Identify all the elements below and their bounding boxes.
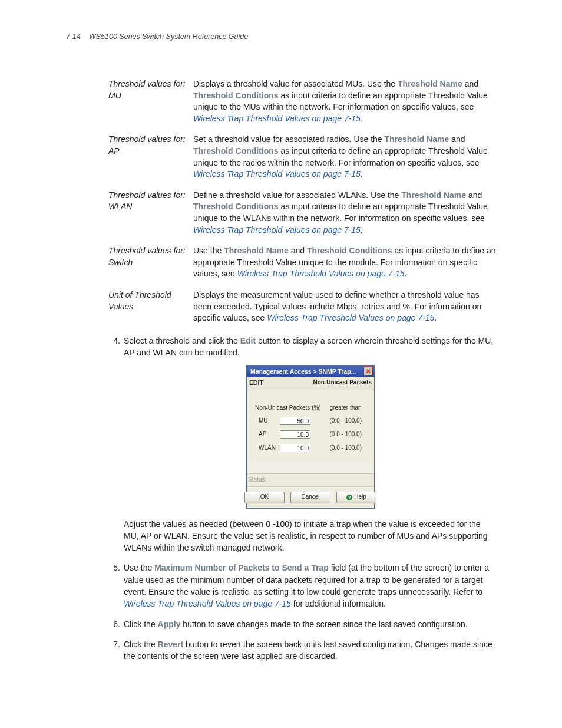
- bold-term: Apply: [158, 620, 181, 629]
- text: Select a threshold and click the: [124, 336, 240, 345]
- text: Use the: [193, 246, 224, 255]
- mu-input[interactable]: [280, 417, 310, 425]
- text: .: [405, 269, 407, 278]
- dialog-body: Non-Unicast Packets (%) greater than MU …: [247, 390, 374, 465]
- xref-link[interactable]: Wireless Trap Threshold Values on page 7…: [193, 225, 361, 235]
- dialog-subtitle: Non-Unicast Packets: [313, 378, 372, 387]
- xref-link[interactable]: Wireless Trap Threshold Values on page 7…: [193, 169, 361, 179]
- table-row: MU (0.0 - 100.0): [254, 415, 367, 427]
- text: button to save changes made to the scree…: [180, 620, 467, 629]
- range: (0.0 - 100.0): [329, 415, 367, 427]
- def-desc: Displays the measurement value used to d…: [193, 289, 497, 324]
- edit-label: EDIT: [249, 378, 263, 387]
- step-body: Click the Revert button to revert the sc…: [124, 638, 497, 663]
- def-desc: Define a threshold value for associated …: [193, 190, 497, 236]
- threshold-table: Non-Unicast Packets (%) greater than MU …: [253, 401, 368, 456]
- dialog-figure: Management Access > SNMP Trap... ✕ EDIT …: [124, 365, 497, 508]
- help-button[interactable]: ?Help: [336, 492, 376, 503]
- text: .: [361, 225, 363, 235]
- help-icon: ?: [346, 495, 352, 500]
- dialog-title: Management Access > SNMP Trap...: [250, 367, 356, 376]
- xref-link[interactable]: Wireless Trap Threshold Values on page 7…: [267, 313, 434, 322]
- def-term: Threshold values for: AP: [108, 134, 193, 180]
- step-4: 4. Select a threshold and click the Edit…: [108, 335, 497, 554]
- def-desc: Use the Threshold Name and Threshold Con…: [193, 245, 497, 280]
- bold-term: Threshold Name: [224, 246, 289, 255]
- def-term: Threshold values for: MU: [108, 78, 193, 124]
- row-label: WLAN: [254, 442, 277, 454]
- button-label: OK: [260, 493, 269, 502]
- def-row: Threshold values for: MU Displays a thre…: [108, 78, 497, 124]
- step-body: Use the Maximum Number of Packets to Sen…: [124, 562, 497, 610]
- bold-term: Threshold Conditions: [193, 202, 279, 211]
- close-icon[interactable]: ✕: [363, 367, 373, 376]
- definition-table: Threshold values for: MU Displays a thre…: [108, 78, 497, 324]
- def-term: Threshold values for: WLAN: [108, 190, 193, 236]
- text: Use the: [124, 563, 154, 572]
- step-number: 4.: [108, 335, 120, 554]
- xref-link[interactable]: Wireless Trap Threshold Values on page 7…: [237, 269, 405, 278]
- step-5: 5. Use the Maximum Number of Packets to …: [108, 562, 497, 610]
- button-label: Help: [354, 493, 366, 502]
- text: .: [361, 169, 363, 179]
- dialog-titlebar: Management Access > SNMP Trap... ✕: [247, 366, 374, 377]
- text: and: [289, 246, 307, 255]
- text: .: [434, 313, 437, 322]
- xref-link[interactable]: Wireless Trap Threshold Values on page 7…: [193, 114, 361, 123]
- step-body: Select a threshold and click the Edit bu…: [124, 335, 497, 554]
- cancel-button[interactable]: Cancel: [290, 492, 330, 503]
- bold-term: Threshold Name: [385, 134, 449, 144]
- step-7: 7. Click the Revert button to revert the…: [108, 638, 497, 663]
- page-header: 7-14 WS5100 Series Switch System Referen…: [66, 32, 498, 41]
- text: Click the: [124, 640, 158, 649]
- def-row: Threshold values for: AP Set a threshold…: [108, 134, 497, 180]
- table-row: WLAN (0.0 - 100.0): [254, 442, 367, 454]
- range: (0.0 - 100.0): [329, 429, 367, 441]
- text: Displays a threshold value for associate…: [193, 79, 398, 88]
- table-row: AP (0.0 - 100.0): [254, 429, 367, 441]
- def-term: Threshold values for: Switch: [108, 245, 193, 280]
- wlan-input[interactable]: [280, 444, 310, 452]
- bold-term: Threshold Conditions: [307, 246, 392, 255]
- bold-term: Threshold Conditions: [193, 91, 279, 100]
- steps-list: 4. Select a threshold and click the Edit…: [108, 335, 497, 663]
- bold-term: Maximum Number of Packets to Send a Trap: [154, 563, 329, 572]
- doc-title: WS5100 Series Switch System Reference Gu…: [89, 32, 248, 41]
- button-row: OK Cancel ?Help: [247, 487, 374, 508]
- text: and: [462, 79, 478, 88]
- def-row: Unit of Threshold Values Displays the me…: [108, 289, 497, 324]
- def-term: Unit of Threshold Values: [108, 289, 193, 324]
- text: and: [449, 134, 465, 144]
- dialog-header: EDIT Non-Unicast Packets: [247, 377, 374, 390]
- ap-input[interactable]: [280, 430, 310, 439]
- text: Define a threshold value for associated …: [193, 190, 401, 200]
- bold-term: Threshold Name: [401, 190, 466, 200]
- status-bar: Status:: [247, 473, 374, 487]
- step-body: Click the Apply button to save changes m…: [124, 618, 497, 630]
- def-desc: Displays a threshold value for associate…: [193, 78, 497, 124]
- row-label: MU: [254, 415, 277, 427]
- page: 7-14 WS5100 Series Switch System Referen…: [0, 0, 562, 728]
- button-label: Cancel: [301, 493, 319, 502]
- xref-link[interactable]: Wireless Trap Threshold Values on page 7…: [124, 599, 291, 608]
- def-row: Threshold values for: WLAN Define a thre…: [108, 190, 497, 236]
- bold-term: Threshold Conditions: [193, 146, 279, 156]
- row-label: AP: [254, 429, 277, 441]
- step-6: 6. Click the Apply button to save change…: [108, 618, 497, 630]
- bold-term: Threshold Name: [398, 79, 462, 88]
- step-number: 5.: [108, 562, 120, 610]
- text: for additional information.: [291, 599, 386, 608]
- def-row: Threshold values for: Switch Use the Thr…: [108, 245, 497, 280]
- page-number: 7-14: [66, 32, 81, 41]
- def-desc: Set a threshold value for associated rad…: [193, 134, 497, 180]
- step-number: 7.: [108, 638, 120, 663]
- col-header-1: Non-Unicast Packets (%): [254, 402, 328, 414]
- bold-term: Edit: [240, 336, 256, 345]
- bold-term: Revert: [158, 640, 184, 649]
- text: Click the: [124, 620, 158, 629]
- step-number: 6.: [108, 618, 120, 630]
- text: Adjust the values as needed (between 0 -…: [124, 519, 488, 553]
- text: and: [466, 190, 482, 200]
- range: (0.0 - 100.0): [329, 442, 367, 454]
- ok-button[interactable]: OK: [244, 492, 285, 503]
